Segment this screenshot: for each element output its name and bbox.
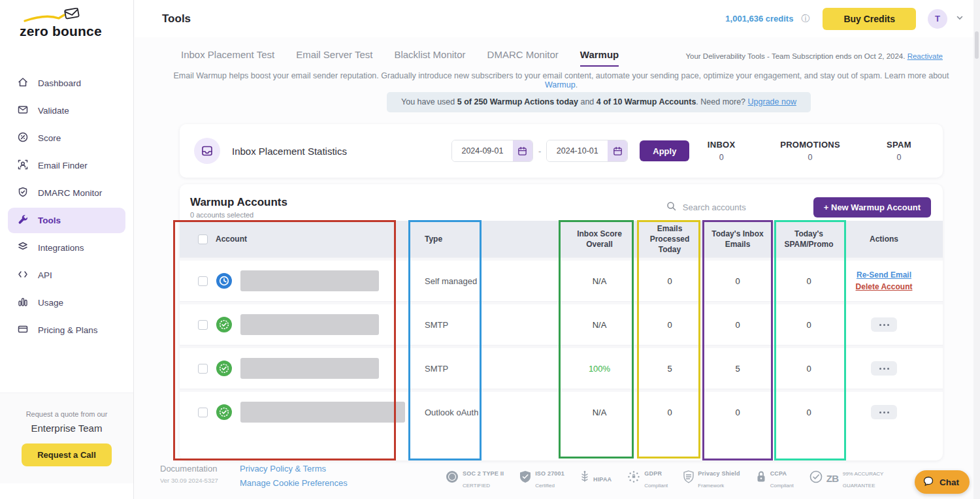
inbox-score-value: N/A [562, 320, 637, 330]
page-title: Tools [162, 12, 191, 25]
request-call-button[interactable]: Request a Call [22, 443, 112, 466]
tab-dmarc-monitor[interactable]: DMARC Monitor [487, 49, 559, 67]
account-type: SMTP [412, 320, 562, 330]
footer: Documentation Ver 30.09 2024-5327 Privac… [160, 464, 883, 490]
calendar-icon[interactable] [513, 140, 532, 161]
wrench-icon [17, 214, 29, 227]
chat-bubble-icon [923, 475, 934, 489]
sidebar-item-pricing-plans[interactable]: Pricing & Plans [8, 317, 125, 343]
row-checkbox[interactable] [198, 364, 208, 374]
tab-inbox-placement-test[interactable]: Inbox Placement Test [181, 49, 274, 67]
delete-account-link[interactable]: Delete Account [856, 282, 913, 291]
warmup-accounts-card: Warmup Accounts 0 accounts selected + Ne… [180, 184, 943, 460]
kebab-dots-icon [879, 368, 881, 370]
banner-suffix: . Need more? [696, 97, 747, 106]
emails-processed-value: 5 [637, 364, 702, 374]
sidebar-item-email-finder[interactable]: Email Finder [8, 153, 125, 178]
info-icon[interactable]: ⓘ [801, 13, 809, 25]
row-checkbox[interactable] [198, 276, 208, 286]
kebab-dots-icon [879, 411, 881, 413]
badge-line2: Framework [698, 483, 724, 489]
sidebar-item-score[interactable]: Score [8, 125, 125, 151]
column-header-todays-inbox: Today's Inbox Emails [702, 229, 773, 250]
date-from-input[interactable] [452, 140, 513, 161]
apply-button[interactable]: Apply [640, 140, 689, 161]
privacy-policy-link[interactable]: Privacy Policy & Terms [240, 464, 370, 474]
tab-blacklist-monitor[interactable]: Blacklist Monitor [394, 49, 465, 67]
scrollbar[interactable] [973, 0, 980, 499]
sidebar-item-dashboard[interactable]: Dashboard [8, 71, 125, 96]
sidebar-item-dmarc-monitor[interactable]: DMARC Monitor [8, 180, 125, 206]
search-accounts-input[interactable] [683, 202, 791, 212]
inbox-placement-statistics-card: Inbox Placement Statistics - Apply INBOX… [180, 124, 943, 178]
credit-card-icon [17, 323, 29, 337]
column-header-actions: Actions [845, 234, 943, 244]
column-header-type: Type [412, 234, 562, 244]
account-name-redacted [240, 314, 379, 335]
subscription-notice: Your Deliverability Tools - Team Subscri… [685, 52, 943, 60]
status-pending-icon [216, 272, 233, 289]
date-to-input[interactable] [547, 140, 608, 161]
search-accounts [666, 201, 800, 214]
sidebar: zero bounce Dashboard Validate Score Ema… [0, 0, 134, 499]
inbox-score-value: N/A [562, 408, 637, 417]
banner-accounts-count: 4 of 10 Warmup Accounts [596, 97, 696, 106]
sidebar-item-label: Integrations [38, 243, 84, 253]
more-actions-button[interactable] [871, 361, 897, 376]
sidebar-item-validate[interactable]: Validate [8, 98, 125, 123]
column-header-account: Account [216, 234, 247, 244]
banner-actions-count: 5 of 250 Warmup Actions today [457, 97, 578, 106]
inbox-tray-icon [194, 138, 220, 164]
hipaa-caduceus-icon [580, 470, 589, 486]
table-row: SMTP N/A 0 0 0 [180, 304, 943, 345]
new-warmup-account-button[interactable]: + New Warmup Account [813, 197, 931, 217]
resend-email-link[interactable]: Re-Send Email [857, 270, 911, 280]
warmup-learn-more-link[interactable]: Warmup [545, 80, 576, 89]
stat-value: 0 [695, 153, 747, 162]
select-all-checkbox[interactable] [198, 234, 208, 244]
scrollbar-thumb[interactable] [975, 31, 979, 59]
todays-spam-value: 0 [773, 320, 845, 330]
chat-button[interactable]: Chat [915, 470, 970, 494]
upgrade-now-link[interactable]: Upgrade now [748, 97, 796, 106]
cookie-preferences-link[interactable]: Manage Cookie Preferences [240, 478, 370, 488]
tab-warmup[interactable]: Warmup [580, 49, 619, 67]
account-name-redacted [240, 402, 405, 423]
stats-card-title: Inbox Placement Statistics [232, 146, 347, 157]
sidebar-item-api[interactable]: API [8, 263, 125, 288]
reactivate-link[interactable]: Reactivate [907, 52, 943, 60]
sidebar-item-tools[interactable]: Tools [8, 208, 125, 233]
chevron-down-icon[interactable] [955, 13, 964, 25]
row-checkbox[interactable] [198, 408, 208, 417]
version-text: Ver 30.09 2024-5327 [160, 477, 238, 484]
more-actions-button[interactable] [871, 317, 897, 332]
iso-badge-icon [519, 470, 531, 486]
row-checkbox[interactable] [198, 320, 208, 330]
sidebar-item-label: Email Finder [38, 161, 88, 170]
sidebar-item-integrations[interactable]: Integrations [8, 235, 125, 261]
user-avatar[interactable]: T [928, 9, 947, 29]
badge-line2: Compliant [770, 483, 794, 489]
badge-line2: Compliant [644, 483, 668, 489]
column-header-inbox-score: Inbox Score Overall [562, 229, 637, 250]
todays-inbox-value: 0 [702, 276, 773, 286]
date-from-field [451, 140, 533, 162]
badge-line2: Certified [535, 483, 555, 489]
warmup-accounts-title: Warmup Accounts [190, 196, 287, 209]
more-actions-button[interactable] [871, 405, 897, 419]
zerobounce-logo[interactable]: zero bounce [18, 8, 133, 42]
person-finder-icon [17, 159, 29, 172]
documentation-link[interactable]: Documentation [160, 464, 238, 474]
sidebar-item-label: Tools [38, 216, 61, 225]
calendar-icon[interactable] [608, 140, 627, 161]
tab-email-server-test[interactable]: Email Server Test [296, 49, 372, 67]
stat-value: 0 [780, 153, 840, 162]
buy-credits-button[interactable]: Buy Credits [823, 8, 916, 30]
column-header-emails-processed: Emails Processed Today [637, 223, 702, 255]
ccpa-badge: CCPACompliant [756, 466, 794, 490]
sidebar-item-usage[interactable]: Usage [8, 290, 125, 315]
bar-chart-icon [17, 296, 29, 310]
search-icon [666, 201, 676, 214]
credits-link[interactable]: 1,001,636 credits [725, 14, 793, 24]
todays-inbox-value: 0 [702, 408, 773, 417]
